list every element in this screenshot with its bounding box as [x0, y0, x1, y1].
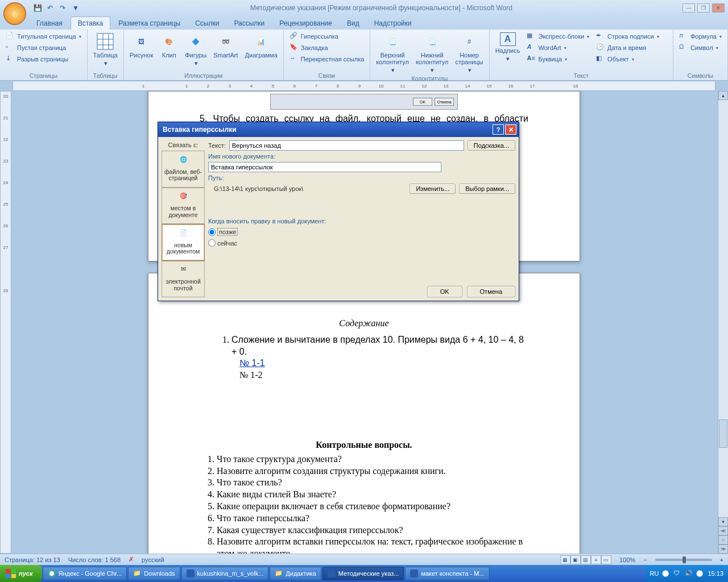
group-tables-label: Таблицы: [91, 72, 120, 79]
zoom-out-icon[interactable]: −: [643, 556, 647, 563]
linkto-place[interactable]: 🎯местом в документе: [162, 188, 205, 225]
datetime-button[interactable]: 🕑Дата и время: [594, 43, 661, 53]
wordart-button[interactable]: AWordArt▾: [524, 43, 592, 53]
tray-icon2[interactable]: ⬤: [696, 569, 704, 577]
status-words[interactable]: Число слов: 1 568: [68, 556, 121, 563]
toc-link-2: № 1-2: [239, 369, 528, 381]
quickparts-icon: ▦: [527, 32, 536, 41]
tab-mailings[interactable]: Рассылки: [227, 17, 271, 30]
dialog-close-button[interactable]: ✕: [505, 124, 516, 135]
prev-page-icon[interactable]: ≪: [718, 526, 728, 535]
ok-button[interactable]: OK: [427, 286, 462, 297]
cancel-button[interactable]: Отмена: [467, 286, 515, 297]
dialog-help-button[interactable]: ?: [493, 124, 504, 135]
scroll-down-icon[interactable]: ▼: [718, 517, 728, 526]
zoom-slider[interactable]: [655, 559, 712, 561]
equation-button[interactable]: πФормула▾: [677, 31, 724, 41]
target-frame-button[interactable]: Выбор рамки...: [459, 184, 515, 194]
radio-later[interactable]: позже: [208, 228, 238, 236]
newdoc-icon: 📄: [176, 230, 190, 241]
tray-icon[interactable]: ⬤: [662, 569, 670, 577]
shapes-button[interactable]: 🔷Фигуры▾: [183, 31, 209, 68]
textbox-button[interactable]: AНадпись▾: [493, 31, 523, 63]
office-button[interactable]: ⌂: [3, 2, 26, 25]
cover-page-button[interactable]: 📄Титульная страница▾: [3, 31, 84, 41]
text-display-input[interactable]: [229, 140, 464, 151]
undo-icon[interactable]: ↶: [46, 3, 55, 13]
tab-pagelayout[interactable]: Разметка страницы: [111, 17, 187, 30]
view-outline[interactable]: ≡: [591, 555, 601, 564]
task-didactics[interactable]: 📁Дидактика: [270, 567, 321, 580]
tray-language[interactable]: RU: [650, 570, 659, 577]
linkto-newdoc[interactable]: 📄новым документом: [162, 224, 205, 261]
tab-view[interactable]: Вид: [340, 17, 366, 30]
tray-network-icon[interactable]: 🔊: [685, 569, 693, 577]
coverpage-icon: 📄: [6, 32, 15, 41]
bookmark-button[interactable]: 🔖Закладка: [287, 43, 367, 53]
text-label: Текст:: [208, 142, 226, 149]
tab-review[interactable]: Рецензирование: [272, 17, 339, 30]
symbol-icon: Ω: [679, 43, 688, 52]
maximize-button[interactable]: ❐: [697, 3, 710, 13]
linkto-file-web[interactable]: 🌐файлом, веб-страницей: [162, 151, 205, 188]
view-draft[interactable]: ▭: [601, 555, 611, 564]
next-page-icon[interactable]: ≫: [718, 544, 728, 554]
tab-home[interactable]: Главная: [30, 17, 69, 30]
task-downloads[interactable]: 📁Downloads: [128, 567, 180, 580]
quickparts-button[interactable]: ▦Экспресс-блоки▾: [524, 31, 592, 41]
linkto-email[interactable]: ✉электронной почтой: [162, 261, 205, 298]
zoom-level[interactable]: 100%: [619, 556, 635, 563]
minimize-button[interactable]: —: [682, 3, 695, 13]
task-word3[interactable]: макет конспекта - M...: [405, 567, 489, 580]
blank-page-button[interactable]: ▫Пустая страница: [3, 43, 84, 53]
page-break-button[interactable]: ⤓Разрыв страницы: [3, 54, 84, 64]
tab-insert[interactable]: Вставка: [71, 16, 111, 30]
smartart-button[interactable]: ➿SmartArt: [211, 31, 240, 60]
clip-button[interactable]: 🎨Клип: [158, 31, 180, 60]
radio-now[interactable]: сейчас: [208, 239, 237, 247]
start-button[interactable]: пуск: [0, 565, 42, 582]
dialog-titlebar[interactable]: Вставка гиперссылки ? ✕: [158, 122, 519, 137]
browse-object-icon[interactable]: ○: [718, 535, 728, 544]
task-chrome[interactable]: Яндекс - Google Chr...: [43, 567, 127, 580]
object-button[interactable]: ◧Объект▾: [594, 54, 661, 64]
view-print-layout[interactable]: ▦: [560, 555, 570, 564]
redo-icon[interactable]: ↷: [58, 3, 67, 13]
vertical-scrollbar[interactable]: ▲ ▼ ≪ ○ ≫: [718, 91, 728, 554]
save-icon[interactable]: 💾: [33, 3, 42, 13]
datetime-icon: 🕑: [596, 43, 605, 52]
pagenumber-button[interactable]: #Номер страницы▾: [453, 31, 485, 74]
change-button[interactable]: Изменить...: [410, 184, 456, 194]
crossref-button[interactable]: ↔Перекрестная ссылка: [287, 54, 367, 64]
header-button[interactable]: 📃Верхний колонтитул▾: [374, 31, 411, 74]
qat-dropdown-icon[interactable]: ▼: [71, 3, 80, 13]
spellcheck-icon[interactable]: ✗: [129, 556, 134, 563]
view-web[interactable]: ▤: [581, 555, 591, 564]
symbol-button[interactable]: ΩСимвол▾: [677, 43, 724, 53]
tray-shield-icon[interactable]: 🛡: [673, 569, 681, 577]
table-button[interactable]: Таблица▾: [91, 31, 120, 68]
dropcap-button[interactable]: A≡Буквица▾: [524, 54, 592, 64]
task-word-current[interactable]: Методические указ...: [322, 567, 404, 580]
hyperlink-button[interactable]: 🔗Гиперссылка: [287, 31, 367, 41]
status-language[interactable]: русский: [142, 556, 164, 563]
signatureline-button[interactable]: ✒Строка подписи▾: [594, 31, 661, 41]
zoom-in-icon[interactable]: +: [720, 556, 723, 563]
vertical-ruler[interactable]: 202122232425262728: [0, 91, 11, 554]
tab-addins[interactable]: Надстройки: [367, 17, 419, 30]
task-word1[interactable]: kukushkina_m_s_volk...: [181, 567, 269, 580]
footer-button[interactable]: 📃Нижний колонтитул▾: [413, 31, 451, 74]
close-button[interactable]: ✕: [712, 3, 725, 13]
picture-button[interactable]: 🖼Рисунок: [127, 31, 156, 60]
chart-button[interactable]: 📊Диаграмма: [243, 31, 280, 60]
horizontal-ruler[interactable]: 1123456789101112131415161718: [13, 81, 715, 91]
tray-clock[interactable]: 15:13: [708, 570, 723, 577]
newdoc-name-input[interactable]: [208, 162, 441, 172]
screentip-button[interactable]: Подсказка...: [468, 140, 515, 151]
toc-link[interactable]: № 1-1: [239, 357, 528, 369]
view-fullscreen[interactable]: ▣: [570, 555, 581, 564]
scroll-thumb[interactable]: [719, 419, 727, 448]
tab-references[interactable]: Ссылки: [188, 17, 226, 30]
scroll-up-icon[interactable]: ▲: [718, 91, 728, 100]
status-page[interactable]: Страница: 12 из 13: [5, 556, 60, 563]
